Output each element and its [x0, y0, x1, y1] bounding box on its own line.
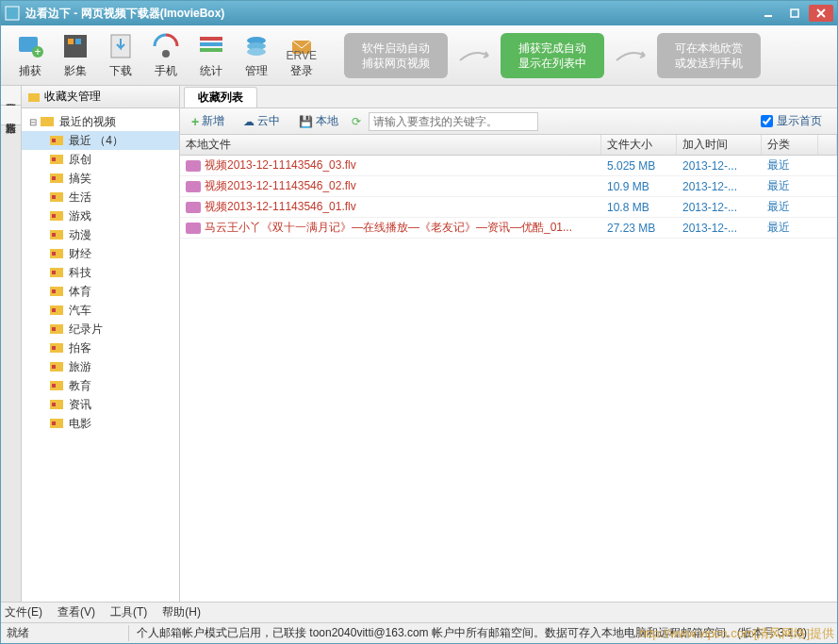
svg-rect-57 [186, 202, 201, 213]
local-button[interactable]: 💾本地 [293, 111, 344, 131]
list-header: 本地文件 文件大小 加入时间 分类 [180, 135, 837, 156]
svg-rect-8 [64, 35, 87, 58]
capture-icon: + [15, 31, 45, 61]
sidebar-header: 收藏夹管理 [22, 86, 179, 108]
svg-rect-55 [186, 160, 201, 172]
svg-rect-21 [28, 93, 40, 102]
svg-text:+: + [34, 45, 41, 58]
video-file-icon [186, 181, 201, 192]
collapse-icon[interactable]: ⊟ [29, 117, 41, 127]
list-row[interactable]: 视频2013-12-11143546_03.flv5.025 MB2013-12… [180, 156, 837, 176]
side-tabs: 精彩剪辑 精彩推送 [1, 86, 22, 602]
col-cat[interactable]: 分类 [762, 135, 818, 155]
svg-rect-32 [52, 214, 56, 218]
tool-stats[interactable]: 统计 [189, 27, 233, 83]
show-home-checkbox[interactable]: 显示首页 [761, 113, 822, 129]
tree-root[interactable]: ⊟ 最近的视频 [22, 112, 179, 131]
tool-manage[interactable]: 管理 [235, 27, 278, 83]
side-tab-2[interactable]: 精彩推送 [1, 106, 21, 125]
svg-rect-38 [52, 271, 56, 274]
svg-rect-0 [6, 7, 19, 20]
tree-item[interactable]: 资讯 [22, 395, 179, 414]
maximize-button[interactable] [782, 5, 807, 22]
titlebar-text: 边看边下 - 网页视频下载器(ImovieBox) [25, 6, 756, 22]
sub-toolbar: +新增 ☁云中 💾本地 ⟳ 显示首页 [180, 108, 837, 135]
sync-icon[interactable]: ⟳ [352, 115, 361, 128]
main-area: 精彩剪辑 精彩推送 收藏夹管理 ⊟ 最近的视频 最近 （4）原创搞笑生活游戏动漫… [1, 86, 837, 602]
list-row[interactable]: 视频2013-12-11143546_01.flv10.8 MB2013-12-… [180, 197, 837, 218]
tool-album[interactable]: 影集 [54, 27, 97, 83]
tree-item[interactable]: 动漫 [22, 225, 179, 244]
tree-item[interactable]: 科技 [22, 263, 179, 282]
svg-text:SERVER: SERVER [287, 49, 317, 61]
folder-icon [50, 304, 65, 317]
tree-item[interactable]: 旅游 [22, 357, 179, 376]
tool-capture[interactable]: + 捕获 [8, 27, 52, 83]
cloud-icon: ☁ [243, 115, 255, 128]
svg-rect-2 [791, 9, 798, 17]
tree-item[interactable]: 搞笑 [22, 169, 179, 188]
folder-icon [50, 417, 65, 430]
tree-item[interactable]: 纪录片 [22, 320, 179, 339]
stats-icon [196, 31, 226, 61]
list-row[interactable]: 视频2013-12-11143546_02.flv10.9 MB2013-12-… [180, 176, 837, 197]
tool-login[interactable]: SERVER 登录 [280, 27, 323, 83]
menubar: 文件(E) 查看(V) 工具(T) 帮助(H) [1, 602, 837, 622]
video-file-icon [186, 223, 201, 234]
flow-step-3: 可在本地欣赏 或发送到手机 [657, 33, 761, 78]
svg-rect-10 [75, 39, 81, 44]
cloud-button[interactable]: ☁云中 [238, 111, 286, 131]
tree-item[interactable]: 汽车 [22, 301, 179, 320]
folder-icon [50, 190, 65, 204]
tree-item[interactable]: 财经 [22, 244, 179, 263]
side-tab-1[interactable]: 精彩剪辑 [1, 86, 21, 106]
tool-download[interactable]: 下载 [99, 27, 142, 83]
manage-icon [241, 31, 271, 61]
folder-open-icon [41, 115, 56, 128]
tree-item[interactable]: 生活 [22, 188, 179, 206]
tree-item[interactable]: 教育 [22, 376, 179, 395]
col-size[interactable]: 文件大小 [601, 135, 677, 155]
col-name[interactable]: 本地文件 [180, 135, 601, 155]
search-input[interactable] [369, 112, 538, 131]
col-time[interactable]: 加入时间 [677, 135, 762, 155]
tree-item[interactable]: 拍客 [22, 339, 179, 357]
menu-help[interactable]: 帮助(H) [162, 604, 201, 620]
list-row[interactable]: 马云王小丫《双十一满月记》—在线播放—《老友记》—资讯—优酷_01...27.2… [180, 218, 837, 239]
app-window: 边看边下 - 网页视频下载器(ImovieBox) + 捕获 影集 下载 手机 … [0, 0, 838, 644]
tree-item[interactable]: 体育 [22, 282, 179, 301]
add-button[interactable]: +新增 [186, 111, 230, 131]
flow-diagram: 软件启动自动 捕获网页视频 捕获完成自动 显示在列表中 可在本地欣赏 或发送到手… [344, 33, 761, 78]
phone-icon [151, 31, 181, 61]
flow-step-1: 软件启动自动 捕获网页视频 [344, 33, 448, 78]
tree-item[interactable]: 电影 [22, 414, 179, 433]
svg-rect-44 [52, 327, 56, 331]
tab-favorites[interactable]: 收藏列表 [184, 87, 257, 107]
sidebar: 收藏夹管理 ⊟ 最近的视频 最近 （4）原创搞笑生活游戏动漫财经科技体育汽车纪录… [22, 86, 180, 602]
tree-item[interactable]: 原创 [22, 150, 179, 169]
svg-point-18 [247, 48, 266, 56]
svg-rect-36 [52, 252, 56, 256]
svg-rect-14 [200, 42, 222, 46]
menu-view[interactable]: 查看(V) [58, 604, 95, 620]
folder-icon [50, 398, 65, 411]
tool-phone[interactable]: 手机 [144, 27, 188, 83]
folder-icon [50, 209, 65, 223]
close-button[interactable] [809, 5, 833, 22]
minimize-button[interactable] [756, 5, 780, 22]
album-icon [60, 31, 90, 61]
tree-item[interactable]: 游戏 [22, 206, 179, 225]
folder-icon [50, 341, 65, 355]
svg-rect-52 [52, 403, 56, 406]
titlebar: 边看边下 - 网页视频下载器(ImovieBox) [1, 1, 837, 25]
folder-icon [50, 285, 65, 298]
svg-rect-56 [186, 181, 201, 192]
tree-item[interactable]: 最近 （4） [22, 131, 179, 150]
menu-tools[interactable]: 工具(T) [110, 604, 147, 620]
menu-file[interactable]: 文件(E) [5, 604, 42, 620]
svg-rect-24 [52, 139, 56, 142]
col-extra[interactable] [818, 135, 837, 155]
folder-icon [27, 91, 41, 104]
svg-rect-54 [52, 421, 56, 425]
video-file-icon [186, 202, 201, 213]
